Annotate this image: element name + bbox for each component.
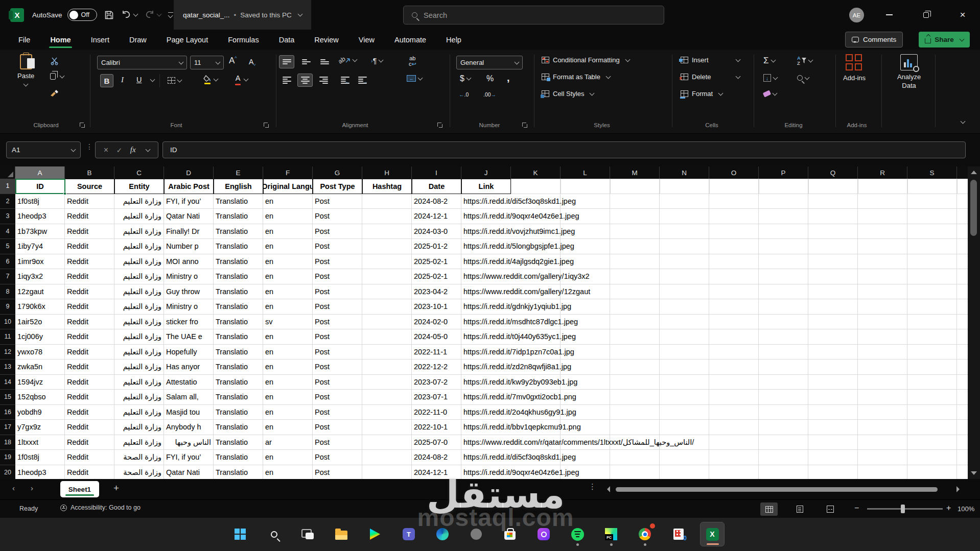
cell-P20[interactable] bbox=[759, 465, 808, 480]
file-explorer-icon[interactable] bbox=[329, 522, 354, 546]
cell-A3[interactable]: 1heodp3 bbox=[15, 209, 65, 224]
cancel-icon[interactable]: × bbox=[104, 146, 108, 155]
cell-O10[interactable] bbox=[709, 315, 759, 330]
cell-C18[interactable]: وزارة التعليم bbox=[114, 435, 164, 450]
scroll-up-icon[interactable] bbox=[971, 171, 977, 174]
cell-O15[interactable] bbox=[709, 390, 759, 405]
cell-N5[interactable] bbox=[660, 239, 709, 254]
comma-style-button[interactable]: , bbox=[507, 72, 510, 84]
cell-R13[interactable] bbox=[858, 360, 907, 375]
cell-11[interactable] bbox=[957, 329, 968, 345]
column-header-A[interactable]: A bbox=[15, 166, 65, 179]
increase-decimal-button[interactable]: ←.0 bbox=[459, 91, 469, 98]
cell-M4[interactable] bbox=[610, 224, 660, 239]
cell-S14[interactable] bbox=[907, 375, 957, 390]
cell-E20[interactable]: Translatio bbox=[214, 465, 263, 480]
app-icon[interactable] bbox=[464, 522, 488, 546]
cell-P13[interactable] bbox=[759, 360, 808, 375]
cell-C2[interactable]: وزارة التعليم bbox=[114, 194, 164, 209]
cell-Q8[interactable] bbox=[808, 284, 858, 300]
cell-E10[interactable]: Translatio bbox=[214, 315, 263, 330]
tab-view[interactable]: View bbox=[356, 34, 378, 46]
cell-J15[interactable]: https://i.redd.it/7mv0gxti2ocb1.png bbox=[461, 390, 511, 405]
cell-S9[interactable] bbox=[907, 299, 957, 315]
conditional-formatting-button[interactable]: Conditional Formatting bbox=[542, 56, 629, 64]
cell-A18[interactable]: 1ltxxxt bbox=[15, 435, 65, 450]
cell-M13[interactable] bbox=[610, 360, 660, 375]
cell-I12[interactable]: 2022-11-1 bbox=[412, 345, 461, 360]
row-header-6[interactable]: 6 bbox=[0, 254, 15, 270]
cell-D14[interactable]: Attestatio bbox=[164, 375, 214, 390]
page-layout-view-button[interactable] bbox=[791, 502, 808, 516]
select-all-corner[interactable] bbox=[0, 166, 15, 179]
chrome-icon[interactable] bbox=[633, 522, 657, 546]
cell-B14[interactable]: Reddit bbox=[65, 375, 114, 390]
zoom-slider-track[interactable] bbox=[867, 508, 943, 510]
cell-D5[interactable]: Number p bbox=[164, 239, 214, 254]
middle-align-button[interactable] bbox=[298, 55, 314, 68]
next-sheet-button[interactable]: › bbox=[31, 484, 33, 492]
column-header-E[interactable]: E bbox=[214, 166, 263, 179]
cell-B6[interactable]: Reddit bbox=[65, 254, 114, 270]
cell-F5[interactable]: en bbox=[263, 239, 313, 254]
cell-N19[interactable] bbox=[660, 450, 709, 465]
cell-C14[interactable]: وزارة التعليم bbox=[114, 375, 164, 390]
cell-F14[interactable]: en bbox=[263, 375, 313, 390]
font-dialog-launcher[interactable] bbox=[264, 123, 269, 128]
cell-B18[interactable]: Reddit bbox=[65, 435, 114, 450]
normal-view-button[interactable] bbox=[760, 502, 778, 516]
cell-P8[interactable] bbox=[759, 284, 808, 300]
cell-R5[interactable] bbox=[858, 239, 907, 254]
cell-D15[interactable]: Salam all, bbox=[164, 390, 214, 405]
cell-P15[interactable] bbox=[759, 390, 808, 405]
cell-A12[interactable]: ywxo78 bbox=[15, 345, 65, 360]
google-play-icon[interactable] bbox=[363, 522, 387, 546]
cell-P12[interactable] bbox=[759, 345, 808, 360]
cell-E17[interactable]: Translatio bbox=[214, 420, 263, 435]
merge-center-button[interactable]: ↔ bbox=[407, 75, 422, 82]
cell-N15[interactable] bbox=[660, 390, 709, 405]
cell-N13[interactable] bbox=[660, 360, 709, 375]
cell-J8[interactable]: https://www.reddit.com/gallery/12zgaut bbox=[461, 284, 511, 300]
row-header-13[interactable]: 13 bbox=[0, 360, 15, 375]
cell-E14[interactable]: Translatio bbox=[214, 375, 263, 390]
cell-J17[interactable]: https://i.redd.it/bbv1qepkcmu91.png bbox=[461, 420, 511, 435]
zoom-in-button[interactable]: + bbox=[946, 504, 951, 513]
cell-R1[interactable] bbox=[858, 179, 907, 194]
cell-C15[interactable]: وزارة التعليم bbox=[114, 390, 164, 405]
tab-page-layout[interactable]: Page Layout bbox=[164, 34, 211, 46]
cell-E8[interactable]: Translatio bbox=[214, 284, 263, 300]
cell-A11[interactable]: 1cj006y bbox=[15, 329, 65, 345]
vertical-scroll-thumb[interactable] bbox=[970, 180, 977, 236]
column-header-R[interactable]: R bbox=[858, 166, 907, 179]
cell-D1[interactable]: Arabic Post bbox=[164, 179, 214, 194]
cell-O18[interactable] bbox=[709, 435, 759, 450]
search-input[interactable]: Search bbox=[403, 6, 664, 25]
cell-C10[interactable]: وزارة التعليم bbox=[114, 315, 164, 330]
cell-G11[interactable]: Post bbox=[313, 329, 362, 345]
cell-M17[interactable] bbox=[610, 420, 660, 435]
cell-H8[interactable] bbox=[362, 284, 412, 300]
cell-J20[interactable]: https://i.redd.it/9oqxr4e04z6e1.jpeg bbox=[461, 465, 511, 480]
collapse-ribbon-button[interactable] bbox=[961, 119, 966, 124]
cell-C6[interactable]: وزارة التعليم bbox=[114, 254, 164, 270]
sort-filter-button[interactable]: AZ bbox=[797, 56, 812, 65]
cell-J16[interactable]: https://i.redd.it/2o4qkhus6gy91.jpg bbox=[461, 405, 511, 420]
task-view-icon[interactable] bbox=[295, 522, 320, 546]
cell-C17[interactable]: وزارة التعليم bbox=[114, 420, 164, 435]
cell-I4[interactable]: 2024-03-0 bbox=[412, 224, 461, 239]
row-header-19[interactable]: 19 bbox=[0, 450, 15, 465]
cell-Q2[interactable] bbox=[808, 194, 858, 209]
cell-O6[interactable] bbox=[709, 254, 759, 270]
cell-S13[interactable] bbox=[907, 360, 957, 375]
cell-R3[interactable] bbox=[858, 209, 907, 224]
cell-S8[interactable] bbox=[907, 284, 957, 300]
cell-H14[interactable] bbox=[362, 375, 412, 390]
cell-F18[interactable]: ar bbox=[263, 435, 313, 450]
cell-N1[interactable] bbox=[660, 179, 709, 194]
row-header-7[interactable]: 7 bbox=[0, 269, 15, 284]
fill-color-button[interactable] bbox=[203, 75, 218, 84]
cell-F19[interactable]: en bbox=[263, 450, 313, 465]
format-painter-button[interactable] bbox=[50, 89, 59, 97]
cell-F16[interactable]: en bbox=[263, 405, 313, 420]
